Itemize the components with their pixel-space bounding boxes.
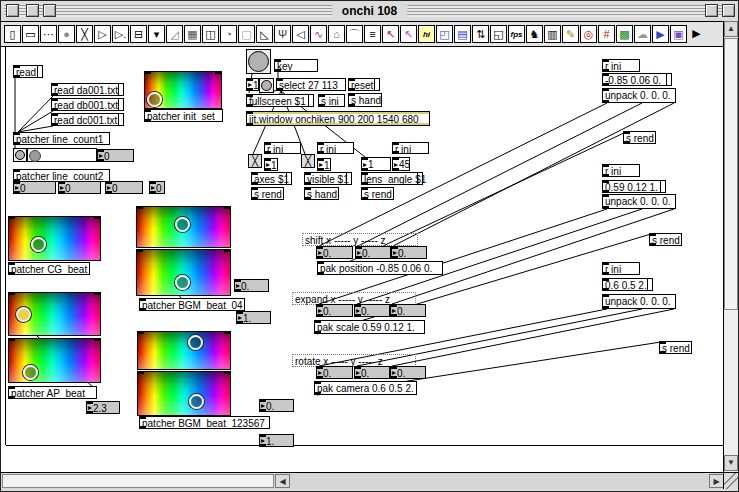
white-panel-icon[interactable]: ▢	[238, 25, 255, 43]
collapse-box[interactable]	[705, 4, 718, 17]
obj-s-ini[interactable]: s ini	[318, 94, 345, 107]
cellblock-icon[interactable]: ▣	[670, 25, 687, 43]
float-box-icon[interactable]: ▷.	[112, 25, 129, 43]
msg-lens-angle[interactable]: lens_angle $1	[361, 172, 423, 185]
lock-box[interactable]	[43, 4, 56, 17]
num-shift-z[interactable]: ▸0.	[391, 246, 427, 259]
swatch-cg[interactable]	[8, 216, 101, 261]
num-rotate-x[interactable]: ▸0.	[316, 366, 353, 379]
obj-pak-scale[interactable]: pak scale 0.59 0.12 1.	[314, 320, 425, 334]
obj-key[interactable]: key	[274, 59, 318, 72]
obj-patcher-bgm-beat-123567[interactable]: patcher BGM_beat_123567	[139, 416, 270, 429]
jitter-cat-icon[interactable]: ♞	[526, 25, 543, 43]
scroll-up-button[interactable]: ▲	[724, 21, 738, 37]
num-count-1[interactable]: ▸0	[13, 181, 56, 194]
close-box[interactable]	[6, 4, 19, 17]
gain-icon[interactable]: ◿	[166, 25, 183, 43]
counter-icon[interactable]: ⇅	[472, 25, 489, 43]
msg-scale-values[interactable]: 0.59 0.12 1.	[602, 180, 666, 193]
scroll-left-button[interactable]: ◀	[275, 474, 290, 488]
msg-read-da001[interactable]: read da001.txt	[51, 83, 124, 96]
comment-icon[interactable]: ⋯	[40, 25, 57, 43]
obj-s-rend-cam[interactable]: s rend	[659, 341, 692, 354]
window-icon[interactable]: ◱	[490, 25, 507, 43]
panel-icon[interactable]: ▦	[184, 25, 201, 43]
target-icon[interactable]: ◎	[580, 25, 597, 43]
filmstrip-icon[interactable]: ▤	[454, 25, 471, 43]
num-ap[interactable]: ▸2.3	[86, 401, 120, 414]
swatch-bgm123-2[interactable]	[137, 371, 231, 416]
pcontrol-icon[interactable]: ◺	[256, 25, 273, 43]
toggle-axes[interactable]: ╳	[248, 154, 262, 168]
num-bgm04-a[interactable]: ▸0.	[234, 279, 269, 292]
msg-reset[interactable]: reset	[348, 78, 380, 91]
horizontal-scroll-thumb[interactable]	[2, 474, 274, 488]
obj-r-ini-axes[interactable]: r ini	[264, 142, 301, 154]
adc-mic-icon[interactable]: Ψ	[274, 25, 291, 43]
num-axes[interactable]: ▸1	[264, 158, 278, 171]
hint-icon[interactable]: hi	[418, 25, 435, 43]
vertical-scroll-thumb[interactable]	[724, 38, 738, 310]
obj-s-rend-lens[interactable]: s rend	[361, 187, 394, 200]
obj-r-ini-pos[interactable]: r ini	[602, 59, 640, 72]
obj-r-ini-visible[interactable]: r ini	[317, 142, 354, 154]
scroll-down-button[interactable]: ▼	[724, 455, 738, 471]
obj-jit-window[interactable]: jit.window onchiken 900 200 1540 680	[246, 111, 430, 126]
led-icon[interactable]: ◰	[436, 25, 453, 43]
slider-icon[interactable]: ⊟	[130, 25, 147, 43]
msg-read-dc001[interactable]: read dc001.txt	[51, 113, 124, 126]
num-rotate-z[interactable]: ▸0.	[390, 366, 426, 379]
num-count-4[interactable]: ▸0	[149, 181, 165, 194]
swatch-ap-2[interactable]	[8, 338, 101, 383]
msg-axes[interactable]: axes $1	[251, 172, 292, 185]
dac-speaker-icon[interactable]: ◁	[292, 25, 309, 43]
bpatcher-icon[interactable]: ◫	[202, 25, 219, 43]
num-expand-z[interactable]: ▸0.	[390, 304, 426, 317]
obj-s-hand-top[interactable]: s hand	[348, 93, 382, 107]
matrix-grid-icon[interactable]: #	[598, 25, 615, 43]
obj-pak-camera[interactable]: pak camera 0.6 0.5 2.	[314, 381, 417, 395]
toggle-icon[interactable]: ╳	[76, 25, 93, 43]
zoom-box[interactable]	[722, 4, 735, 17]
swatch-bgm123-1[interactable]	[137, 331, 231, 370]
obj-patcher-cg-beat[interactable]: patcher CG_beat	[8, 262, 90, 275]
num-lens[interactable]: ▸45	[392, 157, 410, 171]
obj-select[interactable]: select 27 113	[276, 78, 346, 91]
bang-select[interactable]	[259, 78, 274, 93]
bang-line-count[interactable]	[13, 148, 27, 162]
num-expand-x[interactable]: ▸0.	[316, 304, 353, 317]
obj-pak-position[interactable]: pak position -0.85 0.06 0.	[317, 261, 443, 275]
slider-line[interactable]	[27, 148, 97, 162]
obj-r-ini-scale[interactable]: r ini	[602, 164, 640, 177]
num-rotate-y[interactable]: ▸0.	[354, 366, 390, 379]
num-count-2[interactable]: ▸0	[58, 181, 101, 194]
scroll-right-button[interactable]: ▶	[709, 474, 724, 488]
ghost-icon[interactable]: ☁	[634, 25, 651, 43]
num-visible[interactable]: ▸1	[317, 158, 331, 171]
pict-ctrl-icon[interactable]: ↖	[382, 25, 399, 43]
text-edit-icon[interactable]: ≡	[364, 25, 381, 43]
umenu-icon[interactable]: ▾	[148, 25, 165, 43]
swatch-bgm04-2[interactable]	[136, 249, 231, 296]
save-box[interactable]	[26, 4, 39, 17]
vertical-scrollbar[interactable]: ▲ ▼	[723, 21, 738, 472]
swatch-bgm04-1[interactable]	[136, 206, 231, 248]
fps-icon[interactable]: fps	[508, 25, 525, 43]
rgb-matrix-icon[interactable]: ▩	[616, 25, 633, 43]
swatch-ap-1[interactable]	[8, 292, 101, 336]
obj-r-ini-cam[interactable]: r ini	[602, 262, 640, 275]
slider-knob[interactable]	[29, 150, 41, 162]
msg-read-db001[interactable]: read db001.txt	[51, 98, 124, 111]
num-key-toggle[interactable]: ▸1	[246, 78, 259, 91]
resize-grow-box[interactable]	[723, 472, 738, 489]
num-lens-toggle[interactable]: ▸1	[361, 157, 391, 171]
obj-s-rend-scale[interactable]: s rend	[649, 233, 682, 246]
num-bgm04-b[interactable]: ▸1.	[236, 311, 271, 324]
function-icon[interactable]: ⌒	[346, 25, 363, 43]
msg-cam-values[interactable]: 0.6 0.5 2.	[602, 278, 653, 291]
pencil-icon[interactable]: ✎	[562, 25, 579, 43]
obj-unpack-scale[interactable]: unpack 0. 0. 0.	[602, 194, 676, 209]
num-bgm123-a[interactable]: ▸0.	[259, 399, 294, 412]
title-bar[interactable]: onchi 108	[1, 1, 738, 22]
num-bgm123-b[interactable]: ▸1.	[259, 434, 294, 447]
